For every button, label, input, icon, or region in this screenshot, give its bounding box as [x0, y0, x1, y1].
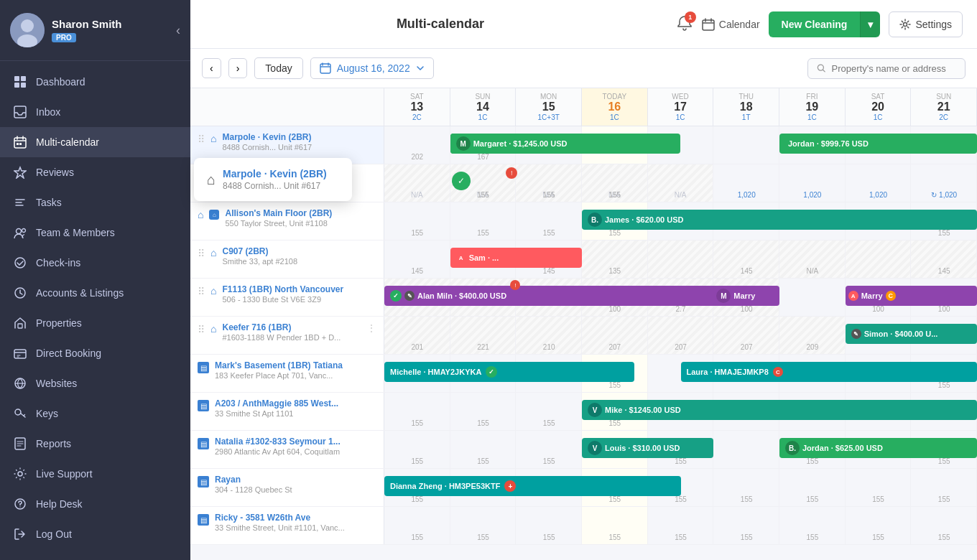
booking-bar-laura[interactable]: Laura · HMAJEJMKP8 C: [681, 362, 978, 382]
price-numbers-c907: 145 145 135 145 N/A 145: [384, 267, 977, 275]
prop-name-ricky[interactable]: Ricky - 3581 W26th Ave: [215, 513, 345, 523]
grid-icon: [13, 75, 27, 89]
prop-name-keefer[interactable]: Keefer 716 (1BR): [222, 322, 341, 332]
booking-bar-james[interactable]: B. James · $620.00 USD: [582, 210, 977, 230]
booking-bar-jordan1[interactable]: Jordan · $999.76 USD: [779, 134, 977, 154]
sidebar-item-multi-calendar[interactable]: Multi-calendar: [0, 127, 190, 157]
drag-handle-f1113[interactable]: ⠿: [198, 286, 205, 297]
prop-addr-keefer: #1603-1188 W Pender 1BD + D...: [222, 333, 341, 342]
popup-prop-name[interactable]: Marpole · Kevin (2BR): [223, 168, 327, 179]
edit-circle-alan: ✎: [404, 291, 415, 301]
prop-name-natalia[interactable]: Natalia #1302-833 Seymour 1...: [215, 437, 341, 447]
sidebar-item-help-desk[interactable]: Help Desk: [0, 489, 190, 519]
prop-name-a203[interactable]: A203 / AnthMaggie 885 West...: [215, 398, 338, 409]
sidebar-item-keys[interactable]: Keys: [0, 398, 190, 429]
sidebar-item-dashboard[interactable]: Dashboard: [0, 67, 190, 97]
calendar-view-button[interactable]: Calendar: [702, 18, 760, 31]
airbnb-icon-sam: A: [456, 253, 466, 263]
prop-text-natalia: Natalia #1302-833 Seymour 1... 2980 Atla…: [215, 437, 341, 456]
sidebar-label-reviews: Reviews: [36, 167, 74, 178]
sidebar-item-accounts[interactable]: Accounts & Listings: [0, 278, 190, 308]
price-numbers-rayan: 155 155 155 155 155 155 155: [384, 495, 977, 503]
popup-prop-addr: 8488 Cornish... Unit #617: [223, 181, 327, 191]
jordan-avatar: B.: [785, 441, 800, 455]
prop-text-marpole: Marpole · Kevin (2BR) 8488 Cornish... Un…: [222, 132, 312, 151]
booking-bar-jordan2[interactable]: B. Jordan · $625.00 USD: [779, 438, 977, 458]
sidebar-item-live-support[interactable]: Live Support: [0, 459, 190, 489]
inbox-icon: [13, 105, 27, 119]
sidebar-item-direct-booking[interactable]: Direct Booking: [0, 338, 190, 368]
support-icon: [13, 467, 27, 481]
today-button[interactable]: Today: [254, 57, 302, 79]
sidebar-item-log-out[interactable]: Log Out: [0, 519, 190, 549]
notification-button[interactable]: 1: [676, 14, 693, 34]
sidebar-item-inbox[interactable]: Inbox: [0, 97, 190, 127]
drag-handle[interactable]: ⠿: [198, 134, 205, 145]
svg-point-23: [19, 506, 20, 507]
check-icon-michelle: ✓: [486, 366, 497, 378]
day-header-17: WED171C: [648, 88, 714, 126]
prop-name-marpole[interactable]: Marpole · Kevin (2BR): [222, 132, 312, 142]
settings-button[interactable]: Settings: [889, 11, 963, 37]
sidebar-item-team[interactable]: Team & Members: [0, 218, 190, 248]
mike-avatar: V: [588, 403, 602, 417]
date-selector[interactable]: August 16, 2022: [310, 57, 434, 79]
booking-bar-margaret[interactable]: M Margaret · $1,245.00 USD: [450, 134, 681, 154]
booking-bar-mike[interactable]: V Mike · $1245.00 USD: [582, 400, 977, 420]
svg-rect-7: [14, 106, 26, 118]
search-input[interactable]: [832, 63, 956, 74]
price-numbers-keefer: 201 221 210 207 207 207 209: [384, 343, 977, 351]
prev-button[interactable]: ‹: [202, 58, 221, 78]
sidebar-item-properties[interactable]: Properties: [0, 308, 190, 338]
c-badge-marry: C: [886, 291, 896, 301]
search-box[interactable]: [807, 58, 966, 79]
new-cleaning-dropdown-button[interactable]: ▾: [860, 11, 880, 37]
drag-handle-c907[interactable]: ⠿: [198, 248, 205, 259]
prop-name-c907[interactable]: C907 (2BR): [222, 246, 297, 256]
prop-name-allisons-main[interactable]: Allison's Main Floor (2BR): [225, 208, 332, 218]
home-icon: ⌂: [210, 133, 216, 144]
booking-bar-dianna[interactable]: Dianna Zheng · HM3PE53KTF +: [384, 476, 681, 496]
sidebar-collapse-button[interactable]: ‹: [176, 23, 180, 38]
booking-bar-simon[interactable]: ✎ Simon · $400.00 U...: [846, 324, 977, 344]
booking-bar-marry2[interactable]: A Marry C: [846, 286, 977, 306]
booking-bar-louis[interactable]: V Louis · $310.00 USD: [582, 438, 713, 458]
building-icon-marks: ▤: [198, 362, 209, 373]
price-numbers-f1113: 100 2.7 100 100 100: [384, 305, 977, 313]
prop-addr-rayan: 304 - 1128 Quebec St: [215, 485, 292, 494]
prop-info-natalia: ▤ Natalia #1302-833 Seymour 1... 2980 At…: [190, 431, 384, 468]
next-button[interactable]: ›: [228, 58, 248, 78]
property-row-c907: ⠿ ⌂ C907 (2BR) Smithe 33, apt #2108: [190, 241, 977, 279]
more-menu-keefer[interactable]: ⋮: [366, 322, 376, 334]
day-header-16: TODAY161C: [582, 88, 648, 126]
booking-bar-sam[interactable]: A Sam · ...: [450, 248, 582, 268]
properties-icon: [13, 316, 27, 330]
building-icon-rayan: ▤: [198, 476, 209, 487]
sidebar-item-tasks[interactable]: Tasks: [0, 187, 190, 218]
marry-avatar1: M: [716, 289, 731, 303]
top-header: Multi-calendar 1 Calendar New Cleaning ▾…: [190, 0, 977, 49]
house-small-icon: ⌂: [209, 210, 219, 220]
sidebar: Sharon Smith PRO ‹ Dashboard Inbox Multi…: [0, 0, 190, 560]
svg-point-19: [15, 409, 21, 415]
property-popup[interactable]: ⌂ Marpole · Kevin (2BR) 8488 Cornish... …: [194, 158, 352, 201]
booking-bar-marry1[interactable]: M Marry: [713, 286, 779, 306]
prop-name-rayan[interactable]: Rayan: [215, 475, 292, 485]
sidebar-item-check-ins[interactable]: Check-ins: [0, 248, 190, 278]
prop-info-allisons-main: ⌂ ⌂ Allison's Main Floor (2BR) 550 Taylo…: [190, 202, 384, 240]
booking-bar-michelle[interactable]: Michelle · HMAY2JKYKA ✓: [384, 362, 634, 382]
prop-name-marks[interactable]: Mark's Basement (1BR) Tatiana: [215, 360, 343, 370]
new-cleaning-button[interactable]: New Cleaning: [769, 11, 861, 37]
prop-name-f1113[interactable]: F1113 (1BR) North Vancouver: [222, 284, 343, 294]
sidebar-label-direct-booking: Direct Booking: [36, 347, 101, 359]
sidebar-item-websites[interactable]: Websites: [0, 368, 190, 398]
svg-rect-10: [19, 143, 22, 145]
drag-handle-keefer[interactable]: ⠿: [198, 324, 205, 335]
margaret-avatar: M: [456, 136, 471, 151]
grid-cells-ricky: 155 155 155 155 155 155 155 155 155: [384, 507, 977, 544]
sidebar-label-websites: Websites: [36, 378, 77, 389]
sidebar-item-reviews[interactable]: Reviews: [0, 157, 190, 187]
booking-bar-alan[interactable]: ✓ ✎ Alan Miln · $400.00 USD: [384, 286, 746, 306]
sidebar-item-reports[interactable]: Reports: [0, 429, 190, 459]
home-icon4: ⌂: [210, 247, 216, 258]
